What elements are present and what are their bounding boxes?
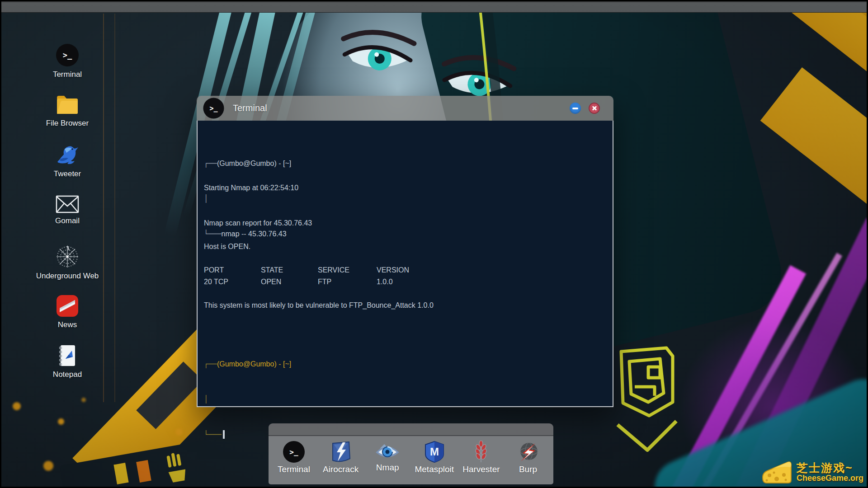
- wallpaper-mech-light: [113, 463, 128, 484]
- prompt-frame: └───: [204, 230, 222, 238]
- prompt-frame: └───: [204, 430, 222, 439]
- wallpaper-dot: [58, 418, 64, 425]
- folder-icon: [54, 93, 80, 117]
- wallpaper-dot: [81, 398, 86, 402]
- dock-item-label: Harvester: [462, 465, 500, 474]
- desktop-icon-label: Tweeter: [54, 169, 81, 178]
- dock-item-harvester[interactable]: Harvester: [458, 441, 504, 474]
- wallpaper-wireframe-crate: [613, 343, 685, 456]
- terminal-icon: >_: [55, 42, 80, 68]
- wheat-icon: [473, 441, 489, 463]
- news-icon: [55, 294, 80, 318]
- prompt-frame: │: [204, 395, 208, 404]
- terminal-output-line: This system is most likely to be vulnera…: [204, 300, 434, 311]
- desktop-icon-label: Underground Web: [36, 272, 99, 281]
- burst-bolt-icon: [517, 441, 539, 463]
- desktop-icon-underground-web[interactable]: Underground Web: [33, 244, 101, 281]
- minimize-button[interactable]: [570, 103, 581, 114]
- eye-icon: [375, 441, 400, 461]
- table-cell: 1.0.0: [377, 276, 440, 288]
- prompt-user: (Gumbo@Gumbo) - [~]: [217, 160, 291, 167]
- desktop-icon-file-browser[interactable]: File Browser: [33, 93, 101, 128]
- terminal-output-line: Starting Nmap at 06:22:54:10: [204, 182, 298, 194]
- svg-text:M: M: [430, 446, 439, 458]
- dock-item-metasploit[interactable]: M Metasploit: [412, 441, 457, 474]
- dock-item-burp[interactable]: Burp: [505, 441, 551, 474]
- dock-item-airocrack[interactable]: Airocrack: [318, 441, 363, 474]
- wallpaper-ribbon: [666, 0, 868, 103]
- cheese-icon: [760, 459, 793, 485]
- terminal-output-line: Host is OPEN.: [204, 241, 250, 253]
- dock-item-label: Metasploit: [415, 465, 454, 474]
- desktop-icon-notepad[interactable]: Notepad: [33, 343, 101, 379]
- branding-cn-text: 芝士游戏~: [797, 462, 863, 474]
- scan-result-table: PORT STATE SERVICE VERSION 20 TCP OPEN F…: [204, 264, 440, 288]
- desktop-icon-label: File Browser: [46, 119, 89, 128]
- prompt-user: (Gumbo@Gumbo) - [~]: [217, 360, 291, 368]
- close-button[interactable]: [589, 103, 600, 114]
- shield-m-icon: M: [424, 441, 445, 463]
- table-header: STATE: [261, 264, 318, 276]
- branding-url-text: CheeseGame.org: [797, 474, 863, 483]
- terminal-icon: >_: [203, 98, 224, 119]
- prompt-frame: ┌──: [204, 360, 217, 368]
- dock-item-terminal[interactable]: >_ Terminal: [271, 441, 316, 474]
- dock-item-nmap[interactable]: Nmap: [365, 441, 410, 473]
- desktop-icon-label: News: [58, 320, 77, 329]
- table-cell: 20 TCP: [204, 276, 261, 288]
- top-bar: [0, 0, 868, 13]
- dock-body: >_ Terminal Airocrack: [269, 436, 553, 484]
- table-header: VERSION: [377, 264, 440, 276]
- wallpaper-magenta-streak: [659, 265, 806, 488]
- desktop-icon-label: Gomail: [55, 216, 80, 225]
- terminal-icon: >_: [283, 441, 305, 463]
- terminal-titlebar[interactable]: >_ Terminal: [197, 96, 613, 121]
- wallpaper-line: [114, 14, 115, 402]
- dock-top-strip: [269, 423, 553, 436]
- dock-item-label: Airocrack: [323, 465, 359, 474]
- desktop-icon-label: Terminal: [53, 70, 82, 79]
- minimize-icon: [572, 108, 578, 109]
- terminal-body[interactable]: ┌──(Gumbo@Gumbo) - [~] │ └───nmap -- 45.…: [197, 121, 613, 407]
- svg-text:>_: >_: [289, 448, 298, 456]
- wallpaper-ribbon: [731, 0, 868, 166]
- wallpaper-dot: [175, 428, 183, 436]
- prompt-command: nmap -- 45.30.76.43: [222, 230, 287, 238]
- envelope-icon: [55, 194, 80, 214]
- shield-bolt-icon: [330, 441, 351, 463]
- svg-text:>_: >_: [63, 51, 72, 60]
- window-title: Terminal: [233, 103, 267, 113]
- desktop-icon-label: Notepad: [53, 370, 82, 379]
- desktop-icon-news[interactable]: News: [33, 294, 101, 329]
- bird-icon: [55, 144, 80, 167]
- svg-text:>_: >_: [209, 104, 218, 113]
- terminal-window: >_ Terminal ┌──(Gumbo@Gumbo) - [~] │ └──…: [197, 96, 613, 407]
- wallpaper-magenta-streak: [728, 218, 868, 488]
- table-header: PORT: [204, 264, 261, 276]
- wallpaper-ribbon: [760, 67, 868, 299]
- wallpaper-dot: [43, 461, 53, 471]
- dock-item-label: Burp: [519, 465, 537, 474]
- dock-item-label: Nmap: [376, 463, 399, 473]
- desktop-icon-tweeter[interactable]: Tweeter: [33, 144, 101, 178]
- dock: >_ Terminal Airocrack: [269, 423, 553, 484]
- notepad-icon: [57, 343, 78, 368]
- prompt-frame: ┌──: [204, 159, 217, 168]
- table-cell: OPEN: [261, 276, 318, 288]
- desktop-icon-terminal[interactable]: >_ Terminal: [33, 42, 101, 79]
- branding-watermark: 芝士游戏~ CheeseGame.org: [760, 459, 863, 485]
- web-icon: [55, 244, 80, 269]
- desktop-icon-gomail[interactable]: Gomail: [33, 194, 101, 225]
- wallpaper-line: [103, 14, 104, 402]
- wallpaper-magenta-streak: [692, 253, 842, 488]
- wallpaper-dot: [13, 402, 21, 410]
- terminal-cursor: [223, 430, 225, 439]
- wallpaper-ribbon-notch: [136, 361, 203, 429]
- terminal-output-line: Nmap scan report for 45.30.76.43: [204, 217, 312, 229]
- wallpaper-mech-light: [136, 460, 151, 483]
- screen: >_ Terminal File Browser: [0, 0, 868, 488]
- prompt-frame: │: [204, 194, 208, 203]
- dock-item-label: Terminal: [278, 465, 310, 474]
- table-header: SERVICE: [318, 264, 377, 276]
- wallpaper-mech-badge: [163, 452, 190, 488]
